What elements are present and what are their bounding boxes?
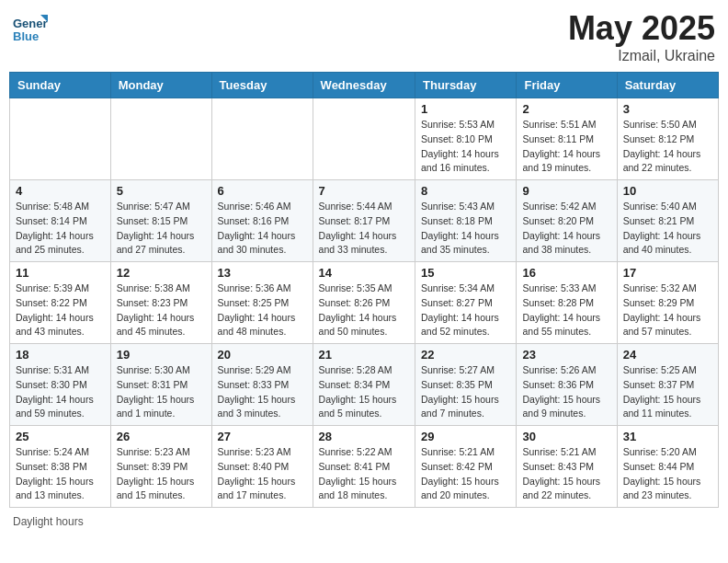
daylight-hours-label: Daylight hours bbox=[13, 515, 84, 528]
day-number: 8 bbox=[421, 184, 510, 198]
calendar-cell bbox=[211, 98, 313, 180]
day-info: Sunrise: 5:42 AMSunset: 8:20 PMDaylight:… bbox=[522, 200, 610, 258]
day-number: 18 bbox=[16, 348, 105, 362]
day-info: Sunrise: 5:23 AMSunset: 8:39 PMDaylight:… bbox=[117, 445, 206, 503]
calendar-cell: 4Sunrise: 5:48 AMSunset: 8:14 PMDaylight… bbox=[10, 180, 111, 262]
calendar-cell: 8Sunrise: 5:43 AMSunset: 8:18 PMDaylight… bbox=[415, 180, 517, 262]
day-number: 13 bbox=[218, 266, 307, 280]
calendar-cell: 6Sunrise: 5:46 AMSunset: 8:16 PMDaylight… bbox=[211, 180, 313, 262]
day-info: Sunrise: 5:24 AMSunset: 8:38 PMDaylight:… bbox=[16, 445, 105, 503]
day-number: 16 bbox=[522, 266, 610, 280]
day-number: 23 bbox=[522, 348, 610, 362]
day-info: Sunrise: 5:40 AMSunset: 8:21 PMDaylight:… bbox=[623, 200, 712, 258]
day-info: Sunrise: 5:39 AMSunset: 8:22 PMDaylight:… bbox=[16, 282, 105, 339]
week-row-4: 18Sunrise: 5:31 AMSunset: 8:30 PMDayligh… bbox=[10, 344, 719, 426]
calendar-cell: 27Sunrise: 5:23 AMSunset: 8:40 PMDayligh… bbox=[211, 426, 313, 508]
calendar-cell: 28Sunrise: 5:22 AMSunset: 8:41 PMDayligh… bbox=[313, 426, 415, 508]
week-row-3: 11Sunrise: 5:39 AMSunset: 8:22 PMDayligh… bbox=[10, 262, 719, 344]
day-number: 11 bbox=[16, 266, 105, 280]
day-number: 10 bbox=[623, 184, 712, 198]
calendar-cell: 11Sunrise: 5:39 AMSunset: 8:22 PMDayligh… bbox=[10, 262, 111, 344]
calendar-cell: 20Sunrise: 5:29 AMSunset: 8:33 PMDayligh… bbox=[211, 344, 313, 426]
day-info: Sunrise: 5:25 AMSunset: 8:37 PMDaylight:… bbox=[623, 363, 712, 421]
day-number: 27 bbox=[218, 430, 307, 443]
day-info: Sunrise: 5:46 AMSunset: 8:16 PMDaylight:… bbox=[218, 200, 307, 258]
calendar-cell: 31Sunrise: 5:20 AMSunset: 8:44 PMDayligh… bbox=[617, 426, 718, 508]
day-number: 25 bbox=[16, 430, 105, 443]
day-info: Sunrise: 5:53 AMSunset: 8:10 PMDaylight:… bbox=[421, 118, 510, 176]
day-info: Sunrise: 5:21 AMSunset: 8:43 PMDaylight:… bbox=[522, 445, 610, 503]
day-info: Sunrise: 5:50 AMSunset: 8:12 PMDaylight:… bbox=[623, 118, 712, 176]
calendar-cell: 13Sunrise: 5:36 AMSunset: 8:25 PMDayligh… bbox=[211, 262, 313, 344]
day-number: 2 bbox=[522, 102, 610, 116]
day-number: 14 bbox=[319, 266, 409, 280]
day-number: 30 bbox=[522, 430, 610, 443]
day-info: Sunrise: 5:32 AMSunset: 8:29 PMDaylight:… bbox=[623, 282, 712, 339]
footer: Daylight hours bbox=[9, 515, 719, 528]
day-info: Sunrise: 5:23 AMSunset: 8:40 PMDaylight:… bbox=[218, 445, 307, 503]
day-info: Sunrise: 5:48 AMSunset: 8:14 PMDaylight:… bbox=[16, 200, 105, 258]
day-info: Sunrise: 5:43 AMSunset: 8:18 PMDaylight:… bbox=[421, 200, 510, 258]
weekday-header-saturday: Saturday bbox=[617, 73, 718, 98]
day-number: 6 bbox=[218, 184, 307, 198]
day-number: 31 bbox=[623, 430, 712, 443]
calendar-cell: 2Sunrise: 5:51 AMSunset: 8:11 PMDaylight… bbox=[517, 98, 617, 180]
calendar-cell: 15Sunrise: 5:34 AMSunset: 8:27 PMDayligh… bbox=[415, 262, 517, 344]
calendar-cell: 5Sunrise: 5:47 AMSunset: 8:15 PMDaylight… bbox=[110, 180, 211, 262]
day-number: 19 bbox=[117, 348, 206, 362]
calendar-table: SundayMondayTuesdayWednesdayThursdayFrid… bbox=[9, 72, 719, 508]
weekday-header-monday: Monday bbox=[110, 73, 211, 98]
day-info: Sunrise: 5:28 AMSunset: 8:34 PMDaylight:… bbox=[319, 363, 409, 421]
calendar-cell: 26Sunrise: 5:23 AMSunset: 8:39 PMDayligh… bbox=[110, 426, 211, 508]
day-number: 5 bbox=[117, 184, 206, 198]
day-number: 9 bbox=[522, 184, 610, 198]
weekday-header-thursday: Thursday bbox=[415, 73, 517, 98]
day-info: Sunrise: 5:47 AMSunset: 8:15 PMDaylight:… bbox=[117, 200, 206, 258]
logo-icon: General Blue bbox=[13, 9, 48, 44]
svg-text:Blue: Blue bbox=[13, 29, 39, 43]
day-info: Sunrise: 5:44 AMSunset: 8:17 PMDaylight:… bbox=[319, 200, 409, 258]
day-number: 12 bbox=[117, 266, 206, 280]
week-row-5: 25Sunrise: 5:24 AMSunset: 8:38 PMDayligh… bbox=[10, 426, 719, 508]
logo: General Blue bbox=[13, 9, 50, 44]
calendar-cell: 29Sunrise: 5:21 AMSunset: 8:42 PMDayligh… bbox=[415, 426, 517, 508]
calendar-cell: 3Sunrise: 5:50 AMSunset: 8:12 PMDaylight… bbox=[617, 98, 718, 180]
calendar-cell: 22Sunrise: 5:27 AMSunset: 8:35 PMDayligh… bbox=[415, 344, 517, 426]
day-info: Sunrise: 5:31 AMSunset: 8:30 PMDaylight:… bbox=[16, 363, 105, 421]
day-number: 29 bbox=[421, 430, 510, 443]
calendar-cell bbox=[10, 98, 111, 180]
weekday-header-wednesday: Wednesday bbox=[313, 73, 415, 98]
week-row-1: 1Sunrise: 5:53 AMSunset: 8:10 PMDaylight… bbox=[10, 98, 719, 180]
calendar-cell bbox=[313, 98, 415, 180]
calendar-cell: 18Sunrise: 5:31 AMSunset: 8:30 PMDayligh… bbox=[10, 344, 111, 426]
day-info: Sunrise: 5:30 AMSunset: 8:31 PMDaylight:… bbox=[117, 363, 206, 421]
day-info: Sunrise: 5:27 AMSunset: 8:35 PMDaylight:… bbox=[421, 363, 510, 421]
svg-text:General: General bbox=[13, 17, 48, 30]
calendar-cell: 21Sunrise: 5:28 AMSunset: 8:34 PMDayligh… bbox=[313, 344, 415, 426]
title-block: May 2025 Izmail, Ukraine bbox=[568, 9, 715, 64]
calendar-cell: 25Sunrise: 5:24 AMSunset: 8:38 PMDayligh… bbox=[10, 426, 111, 508]
calendar-cell: 10Sunrise: 5:40 AMSunset: 8:21 PMDayligh… bbox=[617, 180, 718, 262]
calendar-cell: 17Sunrise: 5:32 AMSunset: 8:29 PMDayligh… bbox=[617, 262, 718, 344]
day-info: Sunrise: 5:22 AMSunset: 8:41 PMDaylight:… bbox=[319, 445, 409, 503]
weekday-header-row: SundayMondayTuesdayWednesdayThursdayFrid… bbox=[10, 73, 719, 98]
day-info: Sunrise: 5:21 AMSunset: 8:42 PMDaylight:… bbox=[421, 445, 510, 503]
weekday-header-sunday: Sunday bbox=[10, 73, 111, 98]
day-number: 20 bbox=[218, 348, 307, 362]
day-number: 4 bbox=[16, 184, 105, 198]
day-number: 17 bbox=[623, 266, 712, 280]
page-header: General Blue May 2025 Izmail, Ukraine bbox=[9, 9, 719, 64]
calendar-cell: 9Sunrise: 5:42 AMSunset: 8:20 PMDaylight… bbox=[517, 180, 617, 262]
day-info: Sunrise: 5:36 AMSunset: 8:25 PMDaylight:… bbox=[218, 282, 307, 339]
day-info: Sunrise: 5:35 AMSunset: 8:26 PMDaylight:… bbox=[319, 282, 409, 339]
calendar-cell: 14Sunrise: 5:35 AMSunset: 8:26 PMDayligh… bbox=[313, 262, 415, 344]
weekday-header-friday: Friday bbox=[517, 73, 617, 98]
calendar-cell: 12Sunrise: 5:38 AMSunset: 8:23 PMDayligh… bbox=[110, 262, 211, 344]
day-info: Sunrise: 5:26 AMSunset: 8:36 PMDaylight:… bbox=[522, 363, 610, 421]
day-info: Sunrise: 5:29 AMSunset: 8:33 PMDaylight:… bbox=[218, 363, 307, 421]
day-number: 26 bbox=[117, 430, 206, 443]
day-number: 1 bbox=[421, 102, 510, 116]
weekday-header-tuesday: Tuesday bbox=[211, 73, 313, 98]
calendar-cell: 16Sunrise: 5:33 AMSunset: 8:28 PMDayligh… bbox=[517, 262, 617, 344]
day-info: Sunrise: 5:33 AMSunset: 8:28 PMDaylight:… bbox=[522, 282, 610, 339]
